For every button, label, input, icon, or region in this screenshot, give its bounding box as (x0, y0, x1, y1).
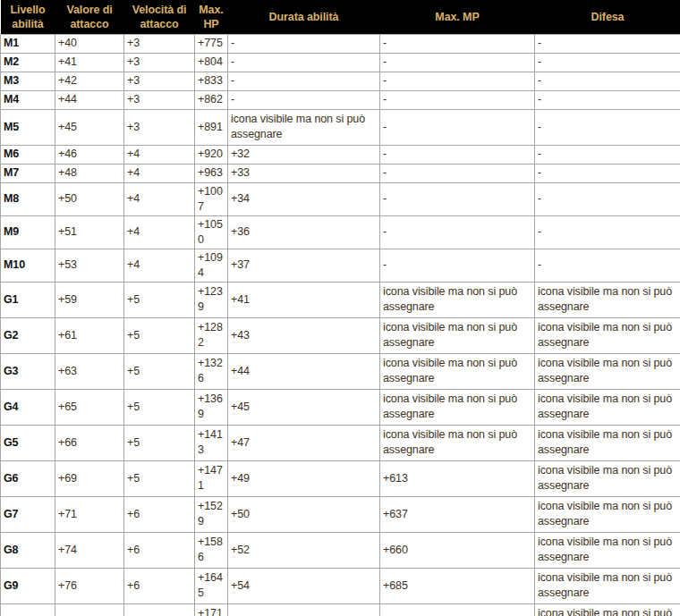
cell-level: G2 (1, 317, 55, 353)
cell-maxhp: +891 (195, 109, 228, 145)
cell-maxhp: +1529 (195, 496, 228, 532)
cell-level: M7 (1, 164, 55, 182)
table-row: M8+50+4+1007+34-- (1, 182, 680, 215)
table-row: G8+74+6+1586+52+660icona visibile ma non… (1, 532, 680, 568)
cell-durata: - (228, 34, 380, 53)
cell-maxhp: +862 (195, 90, 228, 109)
column-header-maxhp: Max. HP (195, 0, 228, 34)
cell-level: M2 (1, 53, 55, 72)
cell-maxmp: - (380, 145, 535, 164)
cell-level: M9 (1, 215, 55, 249)
cell-difesa: icona visibile ma non si può assegnare (535, 282, 680, 317)
cell-maxmp: - (380, 53, 535, 72)
cell-valore: +63 (55, 353, 124, 389)
cell-maxhp: +804 (195, 53, 228, 72)
cell-velocita: +5 (124, 317, 195, 353)
cell-velocita: +4 (124, 249, 195, 282)
cell-difesa: icona visibile ma non si può assegnare (535, 353, 680, 389)
cell-velocita: +3 (124, 34, 195, 53)
cell-level: M3 (1, 72, 55, 90)
table-row: G4+65+5+1369+45icona visibile ma non si … (1, 389, 680, 425)
cell-level: M5 (1, 109, 55, 145)
table-row: M1+40+3+775--- (1, 34, 680, 53)
cell-valore: +65 (55, 389, 124, 425)
cell-level: M4 (1, 90, 55, 109)
cell-maxhp: +775 (195, 34, 228, 53)
header-row: Livello abilitàValore di attaccoVelocità… (1, 0, 680, 34)
cell-maxhp: +1413 (195, 425, 228, 460)
cell-maxmp: +660 (380, 532, 535, 568)
cell-maxmp: +685 (380, 568, 535, 603)
table-row: G6+69+5+1471+49+613icona visibile ma non… (1, 460, 680, 496)
table-row: G1+59+5+1239+41icona visibile ma non si … (1, 282, 680, 317)
cell-difesa: - (535, 164, 680, 182)
cell-maxmp: +637 (380, 496, 535, 532)
cell-durata: icona visibile ma non si può assegnare (228, 109, 380, 145)
cell-durata: +44 (228, 353, 380, 389)
table-row: M7+48+4+963+33-- (1, 164, 680, 182)
cell-maxhp: +920 (195, 145, 228, 164)
cell-difesa: - (535, 72, 680, 90)
cell-durata: +49 (228, 460, 380, 496)
cell-level: G1 (1, 282, 55, 317)
table-body: M1+40+3+775---M2+41+3+804---M3+42+3+833-… (1, 34, 680, 616)
skill-stats-table: Livello abilitàValore di attaccoVelocità… (0, 0, 680, 616)
cell-durata: +32 (228, 145, 380, 164)
cell-level: G8 (1, 532, 55, 568)
cell-maxhp: +963 (195, 164, 228, 182)
cell-difesa: icona visibile ma non si può assegnare (535, 460, 680, 496)
cell-velocita: +5 (124, 353, 195, 389)
cell-valore: +66 (55, 425, 124, 460)
cell-velocita: +3 (124, 90, 195, 109)
cell-durata: +37 (228, 249, 380, 282)
cell-durata: +43 (228, 317, 380, 353)
cell-valore: +51 (55, 215, 124, 249)
cell-level: M1 (1, 34, 55, 53)
table-row: G7+71+6+1529+50+637icona visibile ma non… (1, 496, 680, 532)
cell-durata: - (228, 90, 380, 109)
table-row: M6+46+4+920+32-- (1, 145, 680, 164)
cell-level: M10 (1, 249, 55, 282)
cell-maxmp: - (380, 109, 535, 145)
cell-velocita: +4 (124, 164, 195, 182)
cell-level: G4 (1, 389, 55, 425)
cell-velocita: +4 (124, 145, 195, 164)
cell-velocita: +3 (124, 72, 195, 90)
cell-valore: +40 (55, 34, 124, 53)
table-row: G10+79+6+1717+56+715icona visibile ma no… (1, 603, 680, 616)
cell-maxhp: +1717 (195, 603, 228, 616)
cell-difesa: - (535, 109, 680, 145)
cell-difesa: - (535, 182, 680, 215)
cell-valore: +74 (55, 532, 124, 568)
cell-valore: +46 (55, 145, 124, 164)
cell-difesa: - (535, 53, 680, 72)
cell-maxmp: - (380, 164, 535, 182)
cell-maxhp: +1282 (195, 317, 228, 353)
cell-valore: +59 (55, 282, 124, 317)
cell-valore: +53 (55, 249, 124, 282)
cell-valore: +69 (55, 460, 124, 496)
cell-level: G3 (1, 353, 55, 389)
cell-maxmp: - (380, 215, 535, 249)
cell-level: G9 (1, 568, 55, 603)
cell-maxhp: +1050 (195, 215, 228, 249)
cell-level: M8 (1, 182, 55, 215)
cell-durata: +34 (228, 182, 380, 215)
cell-durata: +52 (228, 532, 380, 568)
cell-difesa: icona visibile ma non si può assegnare (535, 603, 680, 616)
cell-level: G5 (1, 425, 55, 460)
cell-maxhp: +1326 (195, 353, 228, 389)
cell-durata: +47 (228, 425, 380, 460)
table-row: G2+61+5+1282+43icona visibile ma non si … (1, 317, 680, 353)
cell-maxhp: +1094 (195, 249, 228, 282)
table-row: G5+66+5+1413+47icona visibile ma non si … (1, 425, 680, 460)
cell-velocita: +6 (124, 603, 195, 616)
cell-level: M6 (1, 145, 55, 164)
cell-maxmp: - (380, 249, 535, 282)
cell-maxmp: +715 (380, 603, 535, 616)
cell-durata: +41 (228, 282, 380, 317)
table-row: G9+76+6+1645+54+685icona visibile ma non… (1, 568, 680, 603)
cell-maxmp: - (380, 72, 535, 90)
table-header: Livello abilitàValore di attaccoVelocità… (1, 0, 680, 34)
cell-maxhp: +1645 (195, 568, 228, 603)
